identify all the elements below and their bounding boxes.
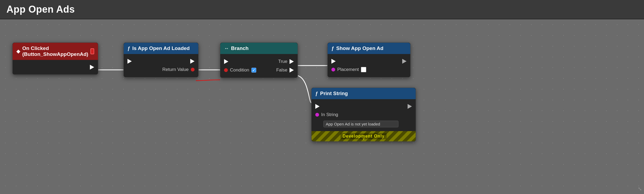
show-ad-title: Show App Open Ad	[336, 45, 383, 51]
is-loaded-exec-out-pin[interactable]	[190, 59, 195, 64]
title-bar: App Open Ads	[0, 0, 644, 19]
show-ad-exec-in-pin[interactable]	[331, 59, 336, 64]
show-ad-placement-row: Placement	[328, 65, 410, 74]
branch-header: ↔ Branch	[220, 43, 298, 54]
in-string-input[interactable]	[323, 121, 398, 127]
show-function-icon: ƒ	[331, 46, 334, 51]
on-clicked-header: ◆ On Clicked (Button_ShowAppOpenAd)	[13, 43, 98, 60]
function-icon: ƒ	[127, 46, 130, 51]
is-loaded-title: Is App Open Ad Loaded	[132, 45, 190, 51]
print-exec-out-pin[interactable]	[408, 104, 412, 109]
node-branch[interactable]: ↔ Branch True Condition ✓	[220, 42, 298, 78]
node-on-clicked[interactable]: ◆ On Clicked (Button_ShowAppOpenAd)	[12, 42, 98, 75]
print-string-body: In String	[312, 99, 416, 131]
node-is-loaded[interactable]: ƒ Is App Open Ad Loaded Return Value	[123, 42, 199, 77]
branch-true-row: True	[220, 57, 298, 66]
true-label: True	[278, 59, 287, 64]
branch-condition-row: Condition ✓ False	[220, 66, 298, 74]
is-loaded-body: Return Value	[124, 54, 198, 77]
dev-only-stripe: Development Only ∨	[312, 131, 416, 141]
in-string-label: In String	[321, 112, 338, 117]
node-show-ad[interactable]: ƒ Show App Open Ad Placement	[327, 42, 411, 77]
branch-body: True Condition ✓ False	[220, 54, 298, 78]
in-string-pin[interactable]	[315, 113, 319, 117]
checkmark-icon: ✓	[252, 68, 255, 72]
branch-false-pin[interactable]	[290, 68, 294, 73]
show-ad-body: Placement	[328, 54, 410, 77]
branch-icon: ↔	[224, 46, 229, 51]
on-clicked-exec-row	[13, 63, 98, 71]
print-exec-row	[312, 102, 416, 110]
on-clicked-body	[13, 60, 98, 74]
blueprint-canvas[interactable]: ◆ On Clicked (Button_ShowAppOpenAd) ƒ Is…	[0, 19, 644, 194]
return-value-pin[interactable]	[191, 68, 195, 71]
condition-pin[interactable]	[224, 68, 228, 72]
condition-checkbox[interactable]: ✓	[251, 68, 256, 73]
false-label: False	[276, 67, 287, 73]
print-string-title: Print String	[320, 91, 348, 96]
on-clicked-title: On Clicked (Button_ShowAppOpenAd)	[22, 45, 88, 57]
page-title: App Open Ads	[6, 4, 75, 15]
branch-true-pin[interactable]	[290, 59, 294, 64]
print-in-string-row: In String	[312, 110, 416, 119]
dev-chevron-icon[interactable]: ∨	[362, 136, 365, 141]
branch-title: Branch	[231, 45, 248, 51]
resize-corner: ⤡	[638, 186, 642, 192]
condition-label: Condition	[230, 67, 249, 73]
show-ad-header: ƒ Show App Open Ad	[328, 43, 410, 54]
placement-value[interactable]	[361, 67, 366, 72]
print-function-icon: ƒ	[315, 91, 318, 96]
is-loaded-return-row: Return Value	[124, 65, 198, 74]
show-ad-exec-out-pin[interactable]	[402, 59, 407, 64]
is-loaded-exec-in-pin[interactable]	[127, 59, 132, 64]
is-loaded-header: ƒ Is App Open Ad Loaded	[124, 43, 198, 54]
print-in-string-value-row	[312, 119, 416, 129]
print-string-header: ƒ Print String	[312, 88, 416, 99]
is-loaded-exec-row	[124, 57, 198, 65]
placement-pin[interactable]	[331, 68, 335, 71]
branch-exec-in-pin[interactable]	[224, 59, 228, 64]
print-exec-in-pin[interactable]	[315, 104, 320, 109]
on-clicked-exec-out-pin[interactable]	[90, 65, 94, 70]
placement-label: Placement	[337, 67, 359, 72]
return-value-label: Return Value	[162, 67, 189, 72]
diamond-icon: ◆	[16, 48, 20, 54]
show-ad-exec-row	[328, 57, 410, 65]
resize-icon: ⤡	[638, 186, 642, 192]
node-print-string[interactable]: ƒ Print String In String	[311, 88, 416, 142]
